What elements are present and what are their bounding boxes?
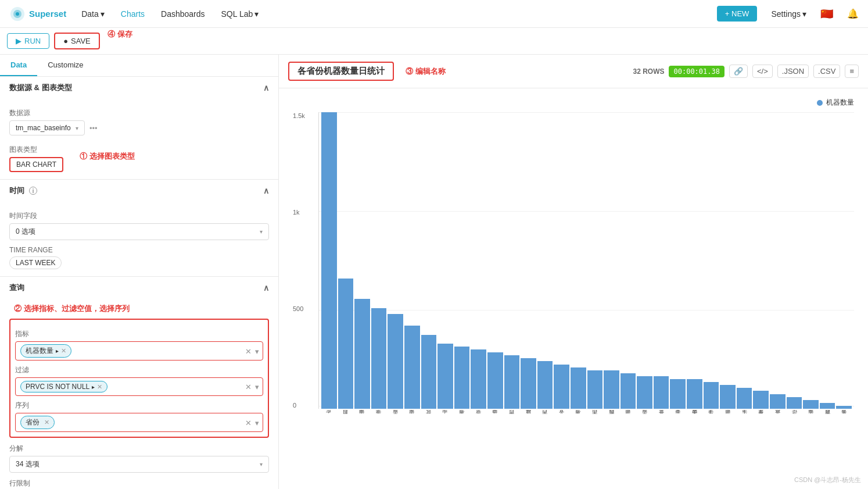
metrics-clear-icon[interactable]: ✕ bbox=[245, 347, 252, 355]
bar-7[interactable] bbox=[437, 344, 453, 409]
bar-20[interactable] bbox=[654, 376, 669, 409]
filter-chip-close[interactable]: ✕ bbox=[97, 383, 102, 391]
tab-data[interactable]: Data bbox=[0, 55, 37, 76]
bar-6[interactable] bbox=[421, 335, 437, 409]
new-button[interactable]: + NEW bbox=[717, 6, 758, 22]
metrics-chip-arrow: ▸ bbox=[56, 348, 59, 354]
time-info-icon[interactable]: i bbox=[29, 187, 37, 195]
datasource-select[interactable]: tm_mac_baseinfo ▾ bbox=[9, 120, 85, 135]
section-query-header[interactable]: 查询 ∧ bbox=[0, 277, 278, 299]
bar-26[interactable] bbox=[753, 391, 769, 409]
nav-dashboards-label: Dashboards bbox=[161, 9, 205, 19]
series-input[interactable]: 省份 ✕ ✕ ▾ bbox=[15, 413, 263, 432]
logo-text: Superset bbox=[29, 9, 66, 19]
metrics-chip[interactable]: 机器数量 ▸ ✕ bbox=[20, 344, 71, 358]
bar-9[interactable] bbox=[471, 349, 486, 409]
time-range-badge[interactable]: LAST WEEK bbox=[9, 256, 62, 269]
bar-22[interactable] bbox=[687, 379, 702, 409]
bar-8[interactable] bbox=[454, 347, 470, 409]
section-time-header[interactable]: 时间 i ∧ bbox=[0, 180, 278, 202]
filter-clear-icon[interactable]: ✕ bbox=[245, 383, 252, 391]
section-datasource-header[interactable]: 数据源 & 图表类型 ∧ bbox=[0, 77, 278, 99]
chart-type-value: BAR CHART bbox=[16, 160, 56, 169]
bar-24[interactable] bbox=[720, 385, 736, 409]
bar-14[interactable] bbox=[554, 365, 569, 409]
chart-type-badge[interactable]: BAR CHART bbox=[9, 157, 63, 172]
time-field-select[interactable]: 0 选项 ▾ bbox=[9, 223, 269, 240]
nav-data[interactable]: Data ▾ bbox=[80, 7, 106, 21]
series-chip[interactable]: 省份 ✕ bbox=[20, 416, 55, 429]
run-button[interactable]: ▶ RUN bbox=[7, 33, 49, 49]
x-label-13: 广西 bbox=[537, 410, 553, 426]
metrics-input[interactable]: 机器数量 ▸ ✕ ✕ ▾ bbox=[15, 341, 263, 360]
bar-10[interactable] bbox=[487, 352, 503, 409]
bar-2[interactable] bbox=[354, 299, 370, 409]
bar-23[interactable] bbox=[704, 382, 719, 409]
nav-dashboards[interactable]: Dashboards bbox=[160, 7, 206, 21]
top-navigation: Superset Data ▾ Charts Dashboards SQL La… bbox=[0, 0, 868, 28]
metrics-expand-icon[interactable]: ▾ bbox=[255, 347, 259, 355]
datasource-more-icon[interactable]: ••• bbox=[89, 124, 98, 133]
tabs-bar: Data Customize bbox=[0, 55, 278, 77]
bar-4[interactable] bbox=[388, 314, 403, 409]
series-clear-icon[interactable]: ✕ bbox=[245, 418, 252, 427]
tab-data-label: Data bbox=[10, 60, 27, 69]
bar-5[interactable] bbox=[404, 326, 420, 409]
more-button[interactable]: ≡ bbox=[845, 65, 859, 78]
bar-30[interactable] bbox=[820, 403, 835, 409]
bar-29[interactable] bbox=[803, 400, 819, 409]
logo[interactable]: Superset bbox=[9, 6, 66, 22]
settings-menu[interactable]: Settings ▾ bbox=[771, 9, 806, 19]
x-label-26: 黑龙江 bbox=[753, 410, 769, 426]
filter-label: 过滤 bbox=[15, 365, 263, 375]
bar-3[interactable] bbox=[371, 308, 387, 409]
json-button[interactable]: .JSON bbox=[777, 65, 809, 78]
y-label-0: 0 bbox=[293, 402, 316, 409]
share-button[interactable]: 🔗 bbox=[729, 65, 748, 78]
series-chip-close[interactable]: ✕ bbox=[44, 419, 49, 426]
bar-28[interactable] bbox=[787, 397, 802, 409]
bar-12[interactable] bbox=[521, 358, 536, 409]
bar-21[interactable] bbox=[670, 379, 686, 409]
rows-badge: 32 ROWS bbox=[633, 67, 664, 76]
x-label-1: 四川 bbox=[338, 410, 353, 426]
bar-27[interactable] bbox=[770, 394, 785, 409]
bar-25[interactable] bbox=[737, 388, 752, 409]
nav-sqllab-label: SQL Lab bbox=[221, 9, 253, 19]
chart-title[interactable]: 各省份机器数量日统计 bbox=[288, 62, 394, 81]
bar-15[interactable] bbox=[571, 367, 586, 409]
bar-16[interactable] bbox=[587, 370, 603, 409]
notifications-icon[interactable]: 🔔 bbox=[847, 8, 859, 19]
bar-13[interactable] bbox=[537, 361, 553, 409]
main-layout: Data Customize 数据源 & 图表类型 ∧ 数据源 tm_mac_b… bbox=[0, 55, 868, 489]
bar-0[interactable] bbox=[321, 112, 337, 409]
language-flag[interactable]: 🇨🇳 bbox=[820, 8, 833, 20]
save-label: SAVE bbox=[71, 37, 91, 45]
bar-11[interactable] bbox=[504, 355, 520, 409]
bar-18[interactable] bbox=[620, 373, 636, 409]
bar-31[interactable] bbox=[836, 406, 852, 409]
x-label-6: 江苏 bbox=[421, 410, 436, 426]
bar-19[interactable] bbox=[637, 376, 652, 409]
filter-chip-label: PRVC IS NOT NULL bbox=[26, 383, 89, 391]
filter-chip[interactable]: PRVC IS NOT NULL ▸ ✕ bbox=[20, 381, 107, 392]
csv-label: .CSV bbox=[818, 67, 835, 76]
x-label-21: 宁夏 bbox=[670, 410, 686, 426]
x-label-9: 河北 bbox=[471, 410, 486, 426]
nav-sqllab[interactable]: SQL Lab ▾ bbox=[220, 7, 260, 21]
save-button[interactable]: ● SAVE bbox=[54, 33, 100, 49]
bar-17[interactable] bbox=[604, 370, 619, 409]
breakdown-arrow: ▾ bbox=[260, 461, 263, 467]
code-button[interactable]: </> bbox=[752, 65, 773, 78]
nav-charts-label: Charts bbox=[121, 9, 145, 19]
series-expand-icon[interactable]: ▾ bbox=[255, 418, 259, 427]
watermark: CSDN @斗志昂-杨先生 bbox=[794, 476, 861, 484]
breakdown-select[interactable]: 34 选项 ▾ bbox=[9, 456, 269, 473]
filter-input[interactable]: PRVC IS NOT NULL ▸ ✕ ✕ ▾ bbox=[15, 377, 263, 396]
nav-charts[interactable]: Charts bbox=[120, 7, 146, 21]
tab-customize[interactable]: Customize bbox=[37, 55, 94, 76]
filter-expand-icon[interactable]: ▾ bbox=[255, 383, 259, 391]
metrics-chip-close[interactable]: ✕ bbox=[61, 347, 66, 355]
bar-1[interactable] bbox=[338, 279, 354, 409]
csv-button[interactable]: .CSV bbox=[813, 65, 840, 78]
